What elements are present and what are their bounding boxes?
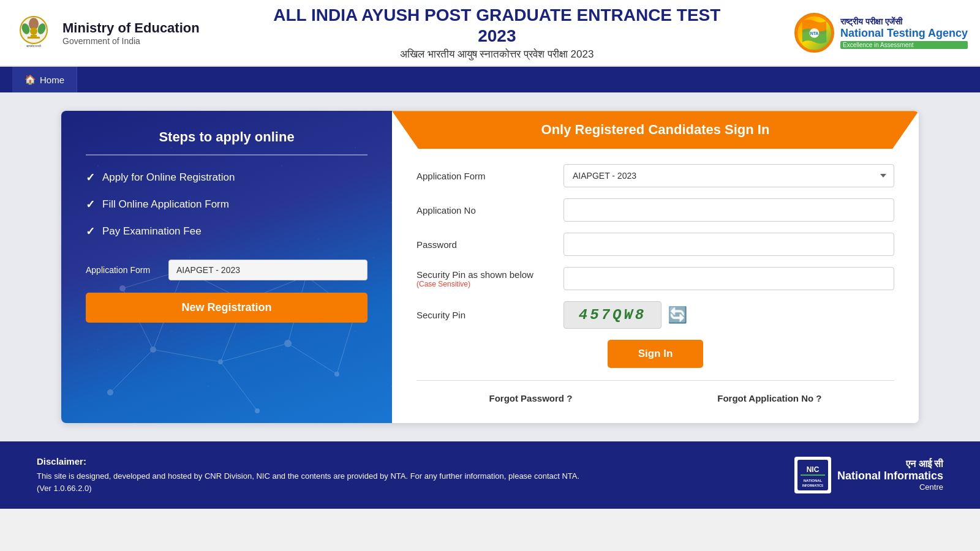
nta-logo-circle: NTA — [794, 13, 834, 53]
left-app-form-row: Application Form AIAPGET - 2023 — [86, 260, 368, 280]
app-form-select[interactable]: AIAPGET - 2023 — [564, 164, 894, 187]
nic-hindi: एन आई सी — [837, 459, 943, 470]
nic-logo-svg: NIC NATIONAL INFORMATICS — [797, 460, 828, 490]
header: सत्यमेव जयते Ministry of Education Gover… — [0, 0, 980, 67]
title-line1: ALL INDIA AYUSH POST GRADUATE ENTRANCE T… — [273, 6, 720, 24]
app-no-input[interactable] — [564, 198, 894, 222]
captcha-display: 457QW8 — [564, 301, 662, 329]
form-row-app-form: Application Form AIAPGET - 2023 — [417, 164, 894, 187]
form-row-app-no: Application No — [417, 198, 894, 222]
sign-in-row: Sign In — [417, 340, 894, 368]
nta-english: National Testing Agency — [840, 27, 968, 40]
svg-text:NTA: NTA — [810, 31, 819, 36]
ministry-logo: सत्यमेव जयते — [12, 12, 55, 54]
nav-home[interactable]: 🏠 Home — [12, 67, 77, 92]
left-title: Steps to apply online — [86, 129, 368, 156]
sign-in-button[interactable]: Sign In — [608, 340, 704, 368]
left-panel: Steps to apply online ✓ Apply for Online… — [61, 111, 392, 423]
svg-line-28 — [221, 343, 288, 362]
form-row-password: Password — [417, 233, 894, 256]
refresh-captcha-button[interactable]: 🔄 — [668, 305, 687, 324]
svg-text:INFORMATICS: INFORMATICS — [802, 484, 824, 487]
step-1: ✓ Apply for Online Registration — [86, 171, 368, 184]
new-registration-button[interactable]: New Registration — [86, 293, 368, 323]
svg-point-2 — [30, 28, 37, 35]
nic-logo: NIC NATIONAL INFORMATICS एन आई सी Nation… — [794, 457, 943, 493]
forgot-password-link[interactable]: Forgot Password ? — [489, 393, 572, 403]
security-pin-sub: (Case Sensitive) — [417, 280, 551, 288]
svg-line-30 — [110, 350, 153, 392]
form-row-security-pin-display: Security Pin 457QW8 🔄 — [417, 301, 894, 329]
home-label: Home — [40, 75, 64, 85]
nta-text: राष्ट्रीय परीक्षा एजेंसी National Testin… — [840, 17, 968, 49]
sign-in-header: Only Registered Candidates Sign In — [392, 111, 919, 149]
ministry-name: Ministry of Education — [62, 20, 200, 36]
svg-text:सत्यमेव जयते: सत्यमेव जयते — [26, 44, 41, 48]
footer-disclaimer-body: This site is designed, developed and hos… — [37, 470, 588, 494]
svg-rect-6 — [28, 37, 40, 39]
security-pin-display-label: Security Pin — [417, 310, 551, 320]
nic-full: Centre — [837, 482, 943, 492]
header-left: सत्यमेव जयते Ministry of Education Gover… — [12, 12, 200, 54]
nic-text-block: एन आई सी National Informatics Centre — [837, 459, 943, 492]
step-2: ✓ Fill Online Application Form — [86, 198, 368, 211]
content-panel: Steps to apply online ✓ Apply for Online… — [61, 111, 919, 423]
password-input[interactable] — [564, 233, 894, 256]
ministry-sub: Government of India — [62, 36, 200, 46]
footer-text: Disclaimer: This site is designed, devel… — [37, 456, 588, 494]
nic-english: National Informatics — [837, 470, 943, 482]
check-icon-1: ✓ — [86, 171, 95, 184]
right-panel: Only Registered Candidates Sign In Appli… — [392, 111, 919, 423]
forgot-row: Forgot Password ? Forgot Application No … — [417, 393, 894, 403]
password-label: Password — [417, 239, 551, 250]
refresh-icon: 🔄 — [668, 305, 687, 324]
header-title: ALL INDIA AYUSH POST GRADUATE ENTRANCE T… — [200, 5, 794, 46]
app-form-label: Application Form — [417, 171, 551, 181]
title-line2: 2023 — [478, 26, 516, 45]
form-row-security-pin-input: Security Pin as shown below (Case Sensit… — [417, 267, 894, 290]
header-right: NTA राष्ट्रीय परीक्षा एजेंसी National Te… — [794, 13, 968, 53]
footer-disclaimer-label: Disclaimer: — [37, 456, 588, 467]
header-center: ALL INDIA AYUSH POST GRADUATE ENTRANCE T… — [200, 5, 794, 61]
nta-hindi: राष्ट्रीय परीक्षा एजेंसी — [840, 17, 968, 27]
nav-bar: 🏠 Home — [0, 67, 980, 92]
svg-rect-5 — [31, 35, 37, 37]
forgot-app-no-link[interactable]: Forgot Application No ? — [717, 393, 821, 403]
home-icon: 🏠 — [24, 74, 36, 85]
step-2-text: Fill Online Application Form — [102, 198, 229, 211]
svg-text:NIC: NIC — [807, 465, 820, 474]
step-3-text: Pay Examination Fee — [102, 225, 202, 238]
header-ministry: Ministry of Education Government of Indi… — [62, 20, 200, 46]
svg-line-29 — [288, 343, 337, 374]
security-pin-box: 457QW8 🔄 — [564, 301, 687, 329]
steps-list: ✓ Apply for Online Registration ✓ Fill O… — [86, 171, 368, 238]
left-app-form-select[interactable]: AIAPGET - 2023 — [168, 260, 368, 280]
svg-line-31 — [221, 362, 257, 411]
divider — [417, 380, 894, 381]
left-app-form-label: Application Form — [86, 265, 159, 275]
security-pin-input[interactable] — [564, 267, 894, 290]
nta-logo-svg: NTA — [796, 15, 832, 51]
step-3: ✓ Pay Examination Fee — [86, 225, 368, 238]
app-no-label: Application No — [417, 205, 551, 216]
header-subtitle: अखिल भारतीय आयुष स्नातकोत्तर प्रवेश परीक… — [200, 48, 794, 61]
nic-icon: NIC NATIONAL INFORMATICS — [794, 457, 831, 493]
main-content: Steps to apply online ✓ Apply for Online… — [0, 92, 980, 441]
check-icon-3: ✓ — [86, 225, 95, 238]
svg-rect-38 — [801, 474, 825, 476]
svg-text:NATIONAL: NATIONAL — [804, 479, 823, 482]
svg-line-27 — [153, 350, 221, 362]
nta-tagline: Excellence in Assessment — [840, 41, 968, 49]
footer: Disclaimer: This site is designed, devel… — [0, 441, 980, 509]
step-1-text: Apply for Online Registration — [102, 171, 235, 184]
security-pin-label: Security Pin as shown below (Case Sensit… — [417, 269, 551, 288]
check-icon-2: ✓ — [86, 198, 95, 211]
